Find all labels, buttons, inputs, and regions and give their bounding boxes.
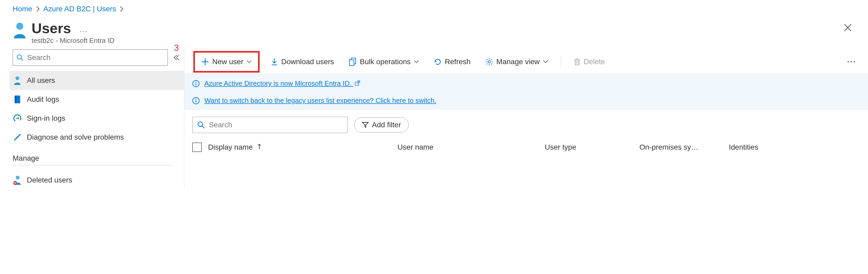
column-user-name[interactable]: User name <box>397 143 545 151</box>
svg-point-0 <box>16 23 23 30</box>
toolbar-label: New user <box>212 58 243 66</box>
svg-line-18 <box>487 59 487 60</box>
banner-link-legacy[interactable]: Want to switch back to the legacy users … <box>205 96 436 105</box>
collapse-sidebar-icon[interactable] <box>173 54 179 61</box>
column-identities[interactable]: Identities <box>729 143 769 151</box>
external-link-icon <box>355 80 360 87</box>
filter-row: Add filter <box>184 110 868 137</box>
column-display-name[interactable]: Display name <box>208 143 397 151</box>
svg-point-34 <box>198 122 203 127</box>
select-all-checkbox[interactable] <box>192 143 202 152</box>
svg-point-28 <box>195 82 196 83</box>
sidebar-search[interactable] <box>12 50 168 66</box>
search-icon <box>17 54 23 61</box>
delete-button: Delete <box>570 54 609 70</box>
chevron-right-icon <box>120 6 123 12</box>
user-icon <box>12 22 27 38</box>
svg-line-21 <box>487 63 487 64</box>
toolbar-label: Download users <box>281 58 334 66</box>
info-icon <box>192 80 199 87</box>
deleted-user-icon <box>12 175 22 185</box>
refresh-icon <box>434 58 442 66</box>
svg-point-1 <box>17 55 21 59</box>
page-subtitle: testb2c - Microsoft Entra ID <box>32 36 838 45</box>
svg-rect-22 <box>575 60 579 65</box>
wrench-icon <box>12 133 22 142</box>
toolbar-label: Manage view <box>496 58 540 66</box>
main-panel: 3 New user Download users <box>184 50 868 190</box>
filter-icon <box>362 122 369 128</box>
chevron-down-icon <box>414 60 419 64</box>
sidebar-item-label: All users <box>27 76 55 85</box>
info-icon <box>192 97 199 104</box>
banner-link-entra[interactable]: Azure Active Directory is now Microsoft … <box>205 80 360 88</box>
user-list-search-input[interactable] <box>208 120 342 129</box>
sidebar-item-all-users[interactable]: All users <box>9 71 184 90</box>
toolbar: New user Download users Bulk operations <box>184 50 868 74</box>
toolbar-more-icon[interactable]: ··· <box>842 58 862 66</box>
column-on-premises[interactable]: On-premises sy… <box>640 143 729 151</box>
svg-line-2 <box>21 59 23 60</box>
download-icon <box>271 58 278 66</box>
svg-point-3 <box>16 77 20 81</box>
manage-view-button[interactable]: Manage view <box>482 54 552 70</box>
sidebar-item-deleted-users[interactable]: Deleted users <box>9 171 184 190</box>
trash-icon <box>574 58 581 66</box>
more-icon[interactable]: ··· <box>80 27 88 35</box>
svg-line-20 <box>491 59 492 60</box>
sidebar-item-label: Diagnose and solve problems <box>27 133 124 142</box>
new-user-button[interactable]: New user <box>197 54 255 70</box>
user-icon <box>12 76 22 85</box>
book-icon <box>12 95 22 103</box>
chevron-down-icon <box>246 60 252 64</box>
toolbar-label: Bulk operations <box>360 58 411 66</box>
svg-line-19 <box>491 63 492 64</box>
svg-rect-5 <box>15 96 16 103</box>
toolbar-separator <box>561 56 561 68</box>
sidebar-item-label: Deleted users <box>27 176 72 184</box>
add-filter-label: Add filter <box>372 121 401 129</box>
info-banner-legacy: Want to switch back to the legacy users … <box>184 93 868 110</box>
sidebar-item-diagnose[interactable]: Diagnose and solve problems <box>9 128 184 147</box>
toolbar-label: Refresh <box>445 58 471 66</box>
page-header: Users ··· testb2c - Microsoft Entra ID <box>0 18 868 50</box>
breadcrumb: Home Azure AD B2C | Users <box>0 0 868 18</box>
sidebar-search-input[interactable] <box>27 53 164 62</box>
add-filter-button[interactable]: Add filter <box>354 117 409 132</box>
sidebar-item-signin-logs[interactable]: Sign-in logs <box>9 109 184 128</box>
toolbar-label: Delete <box>584 58 605 66</box>
download-users-button[interactable]: Download users <box>267 54 338 70</box>
breadcrumb-home[interactable]: Home <box>12 5 32 13</box>
search-icon <box>197 121 205 129</box>
sidebar-section-manage: Manage <box>12 147 174 165</box>
chevron-down-icon <box>543 60 548 64</box>
bulk-operations-button[interactable]: Bulk operations <box>345 54 423 70</box>
svg-line-35 <box>202 126 204 128</box>
breadcrumb-b2c-users[interactable]: Azure AD B2C | Users <box>43 5 116 13</box>
svg-point-13 <box>488 60 491 63</box>
annotation-marker: 3 <box>174 42 179 53</box>
svg-rect-12 <box>349 60 354 65</box>
annotation-highlight: New user <box>193 51 259 72</box>
info-banner-entra: Azure Active Directory is now Microsoft … <box>184 74 868 93</box>
refresh-button[interactable]: Refresh <box>430 54 474 70</box>
gear-icon <box>485 58 493 66</box>
chevron-right-icon <box>36 6 40 12</box>
user-list-search[interactable] <box>192 117 347 133</box>
signin-icon <box>12 114 22 123</box>
svg-point-7 <box>16 176 20 180</box>
sidebar-item-label: Sign-in logs <box>27 114 65 123</box>
svg-point-32 <box>195 99 196 100</box>
svg-rect-9 <box>14 183 16 184</box>
table-header: Display name User name User type On-prem… <box>184 137 868 160</box>
sidebar-item-audit-logs[interactable]: Audit logs <box>9 90 184 109</box>
page-title: Users <box>32 21 71 36</box>
sidebar-item-label: Audit logs <box>27 95 59 103</box>
column-user-type[interactable]: User type <box>545 143 640 151</box>
plus-icon <box>201 58 209 66</box>
sort-ascending-icon <box>257 143 261 151</box>
documents-icon <box>349 58 357 66</box>
close-icon[interactable] <box>838 21 858 35</box>
sidebar: All users Audit logs Sign-in logs Diagno… <box>0 50 184 190</box>
